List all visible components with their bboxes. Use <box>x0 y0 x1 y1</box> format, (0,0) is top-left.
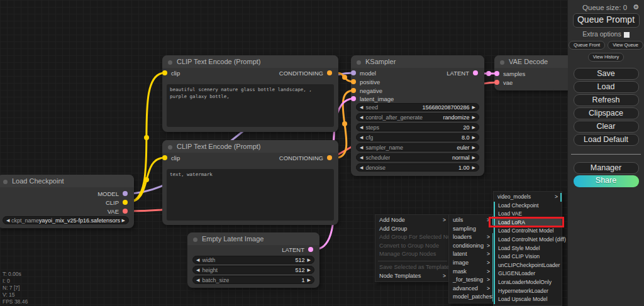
latent-port-icon[interactable] <box>351 96 356 101</box>
menu-item-loaders[interactable]: loaders> <box>449 233 494 242</box>
view-queue-button[interactable]: View Queue <box>608 41 643 50</box>
conditioning-port-icon[interactable] <box>351 79 356 84</box>
clip-port-icon[interactable] <box>162 155 167 160</box>
input-slot-negative[interactable]: negative <box>351 87 382 94</box>
output-slot-conditioning[interactable]: CONDITIONING <box>279 155 332 161</box>
menu-item-model-patches[interactable]: model_patches> <box>449 293 494 302</box>
menu-item-latent[interactable]: latent> <box>449 250 494 259</box>
left-arrow-icon[interactable]: ◀ <box>360 153 363 161</box>
left-arrow-icon[interactable]: ◀ <box>360 103 363 111</box>
latent-port-icon[interactable] <box>308 247 313 252</box>
load-default-button[interactable]: Load Default <box>574 134 639 146</box>
left-arrow-icon[interactable]: ◀ <box>360 123 363 131</box>
node-title-bar[interactable]: Load Checkpoint <box>0 175 134 187</box>
extra-options-checkbox[interactable] <box>624 32 630 38</box>
output-slot-latent[interactable]: LATENT <box>447 70 478 77</box>
menu-item-add-node[interactable]: Add Node> <box>375 216 450 225</box>
right-arrow-icon[interactable]: ▶ <box>308 256 311 264</box>
cfg-widget[interactable]: ◀cfg8.0▶ <box>356 133 479 141</box>
output-slot-model[interactable]: MODEL <box>97 190 128 197</box>
menu-item-load-style-model[interactable]: Load Style Model <box>494 244 562 253</box>
right-arrow-icon[interactable]: ▶ <box>122 216 125 224</box>
output-slot-conditioning[interactable]: CONDITIONING <box>279 70 332 77</box>
left-arrow-icon[interactable]: ◀ <box>360 133 363 141</box>
left-arrow-icon[interactable]: ◀ <box>360 143 363 151</box>
node-empty-latent-image[interactable]: Empty Latent Image LATENT ◀width512▶ ◀he… <box>187 232 319 288</box>
node-title-bar[interactable]: Empty Latent Image <box>187 232 319 245</box>
conditioning-port-icon[interactable] <box>351 88 356 93</box>
input-slot-clip[interactable]: clip <box>162 70 180 77</box>
collapse-dot-icon[interactable] <box>168 145 172 150</box>
node-title-bar[interactable]: CLIP Text Encode (Prompt) <box>162 55 338 68</box>
clip-port-icon[interactable] <box>123 200 128 205</box>
batch-size-widget[interactable]: ◀batch_size1▶ <box>192 276 314 284</box>
menu-item-add-group[interactable]: Add Group <box>375 225 450 234</box>
manager-button[interactable]: Manager <box>574 162 639 174</box>
input-slot-positive[interactable]: positive <box>351 79 380 85</box>
menu-item-gligen-loader[interactable]: GLIGENLoader <box>494 270 562 278</box>
collapse-dot-icon[interactable] <box>3 180 8 184</box>
left-arrow-icon[interactable]: ◀ <box>196 266 199 274</box>
height-widget[interactable]: ◀height512▶ <box>192 266 314 274</box>
input-slot-model[interactable]: model <box>351 70 376 77</box>
queue-prompt-button[interactable]: Queue Prompt <box>573 13 640 28</box>
width-widget[interactable]: ◀width512▶ <box>192 256 314 264</box>
menu-item-sampling[interactable]: sampling <box>449 225 494 234</box>
settings-gear-icon[interactable]: ⚙ <box>633 3 639 11</box>
output-slot-clip[interactable]: CLIP <box>106 199 128 206</box>
menu-item-load-lora[interactable]: Load LoRA <box>494 219 562 227</box>
left-arrow-icon[interactable]: ◀ <box>196 256 199 264</box>
refresh-button[interactable]: Refresh <box>574 94 639 106</box>
scheduler-widget[interactable]: ◀schedulernormal▶ <box>356 153 479 161</box>
menu-item-advanced[interactable]: advanced> <box>449 285 494 293</box>
menu-item-load-upscale-model[interactable]: Load Upscale Model <box>494 295 562 304</box>
right-arrow-icon[interactable]: ▶ <box>472 113 475 121</box>
steps-widget[interactable]: ◀steps20▶ <box>356 123 479 131</box>
output-slot-vae[interactable]: VAE <box>108 208 128 215</box>
ckpt-name-widget[interactable]: ◀ ckpt_nameyayoi_mix_v25-fp16.safetensor… <box>3 216 129 224</box>
vae-port-icon[interactable] <box>123 209 128 214</box>
save-button[interactable]: Save <box>574 68 639 80</box>
menu-item-video-models[interactable]: video_models> <box>494 193 562 202</box>
menu-item-load-controlnet-model[interactable]: Load ControlNet Model <box>494 227 562 236</box>
load-button[interactable]: Load <box>574 81 639 93</box>
input-slot-latent-image[interactable]: latent_image <box>351 96 394 102</box>
clear-button[interactable]: Clear <box>574 121 639 133</box>
output-slot-latent[interactable]: LATENT <box>282 246 313 253</box>
right-arrow-icon[interactable]: ▶ <box>472 153 475 161</box>
menu-item-lora-loader-model-only[interactable]: LoraLoaderModelOnly <box>494 278 562 287</box>
model-port-icon[interactable] <box>123 191 128 196</box>
comfyui-canvas[interactable]: Load Checkpoint MODEL CLIP VAE ◀ ckpt_na… <box>0 0 644 306</box>
right-arrow-icon[interactable]: ▶ <box>472 163 475 172</box>
node-ksampler[interactable]: KSampler model positive negative latent_… <box>351 55 484 176</box>
sampler-name-widget[interactable]: ◀sampler_nameeuler▶ <box>356 143 479 151</box>
menu-item-load-clip-vision[interactable]: Load CLIP Vision <box>494 253 562 261</box>
collapse-dot-icon[interactable] <box>500 60 504 65</box>
denoise-widget[interactable]: ◀denoise1.00▶ <box>356 163 479 172</box>
menu-item-image[interactable]: image> <box>449 259 494 268</box>
latent-port-icon[interactable] <box>494 71 499 76</box>
left-arrow-icon[interactable]: ◀ <box>196 276 199 284</box>
vae-port-icon[interactable] <box>494 80 499 85</box>
queue-front-button[interactable]: Queue Front <box>569 41 605 50</box>
seed-widget[interactable]: ◀seed156680208700286▶ <box>356 103 479 111</box>
collapse-dot-icon[interactable] <box>168 60 172 65</box>
menu-item-for-testing[interactable]: _for_testing> <box>449 276 494 285</box>
left-arrow-icon[interactable]: ◀ <box>360 113 363 121</box>
menu-item-conditioning[interactable]: conditioning> <box>449 242 494 251</box>
node-load-checkpoint[interactable]: Load Checkpoint MODEL CLIP VAE ◀ ckpt_na… <box>0 175 134 228</box>
view-history-button[interactable]: View History <box>588 53 625 62</box>
menu-item-load-vae[interactable]: Load VAE <box>494 210 562 219</box>
menu-item-utils[interactable]: utils> <box>449 216 494 225</box>
share-button[interactable]: Share <box>574 175 639 187</box>
right-arrow-icon[interactable]: ▶ <box>472 133 475 141</box>
input-slot-clip[interactable]: clip <box>162 155 180 161</box>
clipspace-button[interactable]: Clipspace <box>574 107 639 119</box>
menu-item-load-checkpoint[interactable]: Load Checkpoint <box>494 202 562 210</box>
right-arrow-icon[interactable]: ▶ <box>308 266 311 274</box>
collapse-dot-icon[interactable] <box>193 238 197 242</box>
input-slot-vae[interactable]: vae <box>494 79 513 86</box>
right-arrow-icon[interactable]: ▶ <box>472 123 475 131</box>
node-clip-text-encode-negative[interactable]: CLIP Text Encode (Prompt) clip CONDITION… <box>162 140 338 225</box>
node-title-bar[interactable]: KSampler <box>351 55 484 68</box>
